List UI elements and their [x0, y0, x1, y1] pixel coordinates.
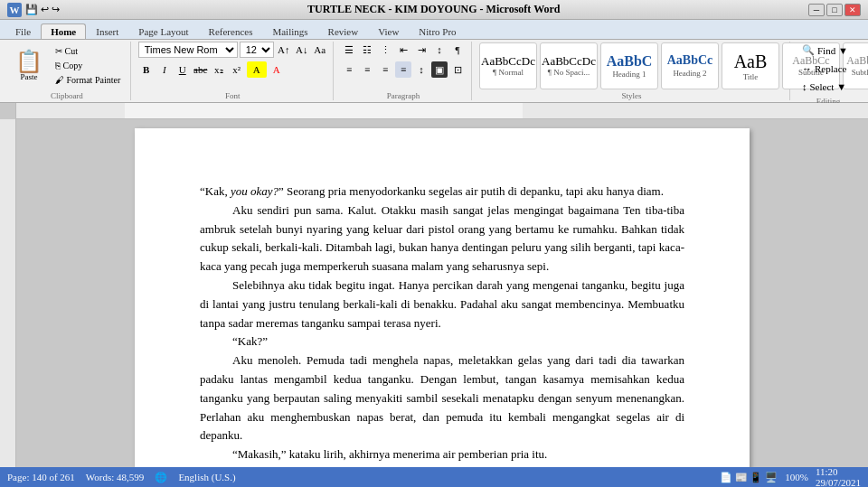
paste-label: Paste — [21, 72, 38, 81]
border-button[interactable]: ⊡ — [449, 61, 466, 78]
select-icon: ↕ — [802, 81, 807, 92]
style-no-spacing[interactable]: AaBbCcDc ¶ No Spaci... — [540, 42, 598, 89]
minimize-button[interactable]: ─ — [808, 4, 825, 16]
find-button[interactable]: 🔍 Find ▼ — [797, 42, 853, 59]
tab-page-layout[interactable]: Page Layout — [128, 23, 198, 39]
close-button[interactable]: ✕ — [844, 4, 861, 16]
tab-view[interactable]: View — [368, 23, 409, 39]
main-area: “Kak, you okay?” Seorang pria menyodorka… — [0, 119, 868, 467]
styles-group: AaBbCcDc ¶ Normal AaBbCcDc ¶ No Spaci...… — [474, 42, 790, 100]
style-title-label: Title — [743, 72, 759, 81]
style-normal-label: ¶ Normal — [493, 68, 524, 77]
style-title-preview: AaB — [734, 51, 768, 72]
document-area[interactable]: “Kak, you okay?” Seorang pria menyodorka… — [16, 119, 868, 467]
tab-mailings[interactable]: Mailings — [262, 23, 317, 39]
clipboard-small-buttons: ✂ Cut ⎘ Copy 🖌 Format Painter — [51, 44, 125, 87]
ribbon: 📋 Paste ✂ Cut ⎘ Copy 🖌 Format Painter Cl… — [0, 40, 868, 103]
bold-button[interactable]: B — [138, 61, 155, 78]
style-normal-preview: AaBbCcDc — [481, 54, 535, 69]
shrink-font-button[interactable]: A↓ — [294, 42, 310, 58]
tab-home[interactable]: Home — [41, 23, 86, 39]
sort-button[interactable]: ↕ — [431, 42, 448, 58]
align-left-button[interactable]: ≡ — [341, 61, 357, 78]
clear-format-button[interactable]: Aa — [312, 42, 328, 58]
svg-rect-2 — [0, 119, 15, 467]
window-title: TURTLE NECK - KIM DOYOUNG - Microsoft Wo… — [60, 3, 809, 16]
paragraph-3: Selebihnya aku tidak begitu ingat. Hanya… — [200, 276, 684, 332]
ruler-corner — [0, 103, 16, 119]
increase-indent-button[interactable]: ⇥ — [413, 42, 429, 58]
style-normal[interactable]: AaBbCcDc ¶ Normal — [479, 42, 537, 89]
styles-label: Styles — [479, 89, 784, 100]
tab-file[interactable]: File — [5, 23, 41, 39]
view-buttons: 📄 📰 📱 🖥️ — [720, 472, 778, 483]
italic-button[interactable]: I — [156, 61, 173, 78]
style-h1-label: Heading 1 — [612, 70, 646, 79]
tab-nitro[interactable]: Nitro Pro — [409, 23, 466, 39]
document[interactable]: “Kak, you okay?” Seorang pria menyodorka… — [135, 128, 750, 467]
shading-button[interactable]: ▣ — [431, 61, 448, 78]
clipboard-content: 📋 Paste ✂ Cut ⎘ Copy 🖌 Format Painter — [9, 42, 125, 89]
horizontal-ruler — [16, 103, 868, 119]
tab-insert[interactable]: Insert — [86, 23, 128, 39]
language-icon: 🌐 — [155, 472, 167, 483]
status-left: Page: 140 of 261 Words: 48,599 🌐 English… — [7, 472, 236, 483]
font-row-2: B I U abc x₂ x² A A — [138, 61, 285, 78]
time: 11:20 — [816, 466, 838, 477]
svg-rect-1 — [125, 103, 523, 118]
numbering-button[interactable]: ☷ — [359, 42, 375, 58]
paragraph-group: ☰ ☷ ⋮ ⇤ ⇥ ↕ ¶ ≡ ≡ ≡ ≡ ↕ ▣ ⊡ Paragraph — [335, 42, 472, 100]
paragraph-label: Paragraph — [341, 89, 466, 100]
tab-references[interactable]: References — [199, 23, 263, 39]
font-size-selector[interactable]: 12 — [240, 42, 274, 58]
bullets-button[interactable]: ☰ — [341, 42, 357, 58]
font-row-1: Times New Rom 12 A↑ A↓ Aa — [138, 42, 328, 58]
copy-button[interactable]: ⎘ Copy — [51, 59, 125, 72]
editing-content: 🔍 Find ▼ ↔ Replace ↕ Select ▼ — [797, 42, 853, 95]
font-face-selector[interactable]: Times New Rom — [138, 42, 238, 58]
style-heading2[interactable]: AaBbCc Heading 2 — [661, 42, 719, 89]
subscript-button[interactable]: x₂ — [211, 61, 227, 78]
paste-button[interactable]: 📋 Paste — [9, 43, 49, 89]
maximize-button[interactable]: □ — [826, 4, 843, 16]
decrease-indent-button[interactable]: ⇤ — [395, 42, 411, 58]
language: English (U.S.) — [178, 472, 235, 482]
find-icon: 🔍 — [802, 44, 815, 56]
paragraph-1: “Kak, you okay?” Seorang pria menyodorka… — [200, 183, 684, 201]
replace-button[interactable]: ↔ Replace — [797, 61, 853, 77]
paragraph-4: “Kak?” — [200, 332, 684, 351]
strikethrough-button[interactable]: abc — [193, 61, 209, 78]
paragraph-2: Aku sendiri pun sama. Kalut. Otakku masi… — [200, 201, 684, 276]
paste-icon: 📋 — [15, 51, 42, 72]
tab-review[interactable]: Review — [318, 23, 369, 39]
find-label: Find ▼ — [817, 45, 848, 56]
title-bar: W 💾 ↩ ↪ TURTLE NECK - KIM DOYOUNG - Micr… — [0, 0, 868, 20]
cut-button[interactable]: ✂ Cut — [51, 44, 125, 58]
font-color-button[interactable]: A — [269, 61, 285, 78]
grow-font-button[interactable]: A↑ — [276, 42, 292, 58]
page-info: Page: 140 of 261 — [7, 472, 75, 482]
select-button[interactable]: ↕ Select ▼ — [797, 79, 853, 95]
word-count: Words: 48,599 — [86, 472, 145, 482]
style-title[interactable]: AaB Title — [722, 42, 779, 89]
highlight-button[interactable]: A — [247, 61, 267, 78]
font-group: Times New Rom 12 A↑ A↓ Aa B I U abc x₂ x… — [133, 42, 334, 100]
style-heading1[interactable]: AaBbC Heading 1 — [600, 42, 658, 89]
align-right-button[interactable]: ≡ — [377, 61, 393, 78]
para-row-2: ≡ ≡ ≡ ≡ ↕ ▣ ⊡ — [341, 61, 466, 78]
format-painter-button[interactable]: 🖌 Format Painter — [51, 73, 125, 87]
superscript-button[interactable]: x² — [229, 61, 245, 78]
underline-button[interactable]: U — [175, 61, 191, 78]
quick-access: 💾 ↩ ↪ — [25, 4, 60, 15]
paragraph-5: Aku menoleh. Pemuda tadi menghela napas,… — [200, 351, 684, 445]
multilevel-button[interactable]: ⋮ — [377, 42, 393, 58]
justify-button[interactable]: ≡ — [395, 61, 411, 78]
font-label: Font — [138, 89, 327, 100]
word-icon: W — [7, 3, 22, 17]
show-formatting-button[interactable]: ¶ — [449, 42, 466, 58]
paragraph-7: “Sama-sama,” katanya. “Kak Erica aman di… — [200, 464, 684, 467]
window-controls: ─ □ ✕ — [808, 4, 861, 16]
line-spacing-button[interactable]: ↕ — [413, 61, 429, 78]
vertical-ruler — [0, 119, 16, 467]
align-center-button[interactable]: ≡ — [359, 61, 375, 78]
